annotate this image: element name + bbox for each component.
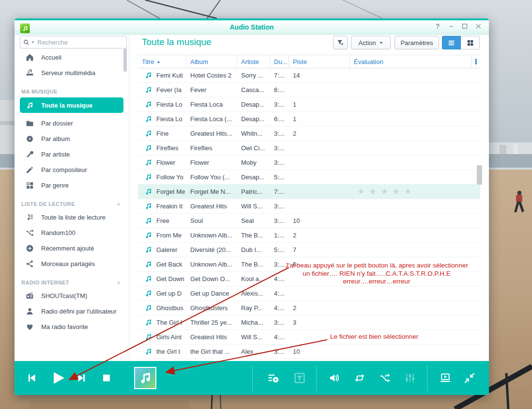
search-scope-caret-icon[interactable] <box>31 40 35 44</box>
maximize-button[interactable] <box>461 22 469 31</box>
table-row[interactable]: FlowerFlowerMoby3:... <box>138 156 480 170</box>
column-header-du[interactable]: Du... <box>270 55 289 68</box>
page-title: Toute la musique <box>142 37 212 47</box>
star-icon[interactable]: ★ <box>393 187 400 197</box>
track-table: Titre▲AlbumArtisteDu...PisteÉvaluation••… <box>138 55 480 359</box>
sidebar-item[interactable]: Par album <box>15 131 129 146</box>
star-icon[interactable]: ★ <box>369 187 376 197</box>
play-button[interactable] <box>49 369 67 387</box>
sidebar-item[interactable]: Par compositeur <box>15 162 129 177</box>
table-scrollbar-thumb[interactable] <box>477 165 482 185</box>
table-row[interactable]: Get BackUnknown Alb...The B...3:...6 <box>138 257 480 272</box>
column-header-valuation[interactable]: Évaluation <box>350 55 472 68</box>
add-icon[interactable]: + <box>117 200 121 208</box>
shuffle-button[interactable] <box>376 369 394 387</box>
table-row[interactable]: FirefliesFirefliesOwl Ci...3:... <box>138 141 480 156</box>
sidebar-item[interactable]: Par genre <box>15 177 129 193</box>
sidebar-item[interactable]: Par dossier <box>15 115 129 131</box>
sidebar-item-label: Récemment ajouté <box>41 245 94 252</box>
sidebar: AccueilServeur multimédiaMA MUSIQUEToute… <box>15 35 129 361</box>
table-row[interactable]: GalererDiversité (20...Dub I...5:...7 <box>138 243 480 257</box>
grid-view-button[interactable] <box>461 36 480 49</box>
collapse-button[interactable] <box>461 369 478 387</box>
stop-button[interactable] <box>98 369 115 387</box>
repeat-button[interactable] <box>351 369 368 387</box>
sidebar-item[interactable]: SHOUTcast(TM) <box>15 288 129 303</box>
sidebar-item[interactable]: Radio défini par l'utilisateur <box>15 303 129 319</box>
column-header-album[interactable]: Album <box>186 55 237 68</box>
table-row[interactable]: Follow YoFollow You (...Desap...5:... <box>138 170 480 185</box>
music-note-icon <box>138 289 152 298</box>
queue-button[interactable] <box>265 369 282 387</box>
column-menu-icon[interactable]: ••• <box>472 59 480 64</box>
sidebar-item[interactable]: Toute la liste de lecture <box>15 209 129 225</box>
cell-track: 14 <box>289 72 350 79</box>
cell-duration: 7:... <box>270 188 289 195</box>
close-button[interactable] <box>474 22 482 31</box>
music-note-icon <box>138 158 152 167</box>
sidebar-item-label: Toute la musique <box>41 102 92 109</box>
equalizer-button[interactable] <box>401 369 419 387</box>
help-button[interactable]: ? <box>434 22 441 31</box>
table-row[interactable]: FreeSoulSeal3:...10 <box>138 214 480 228</box>
table-row[interactable]: The Girl IThriller 25 ye...Micha...3:...… <box>138 315 480 330</box>
cell-duration: 5:... <box>270 173 289 181</box>
list-view-button[interactable] <box>442 36 461 49</box>
rating-stars[interactable]: ★★★★★ <box>350 187 472 197</box>
table-row[interactable]: Freakin ItGreatest HitsWill S...3:... <box>138 199 480 214</box>
table-row[interactable]: GhostbusGhostbustersRay P...4:...2 <box>138 301 480 315</box>
column-header-piste[interactable]: Piste <box>289 55 350 68</box>
sidebar-item[interactable]: Ma radio favorite <box>15 319 129 334</box>
star-icon[interactable]: ★ <box>357 187 365 197</box>
cell-artist: Sorry ... <box>237 72 270 79</box>
settings-button[interactable]: Paramètres <box>395 36 439 49</box>
play-on-device-button[interactable] <box>437 369 454 387</box>
star-icon[interactable]: ★ <box>381 187 388 197</box>
sidebar-item[interactable]: Accueil <box>15 49 129 65</box>
table-row[interactable]: From MeUnknown Alb...The B...1:...2 <box>138 228 480 243</box>
sidebar-item[interactable]: Récemment ajouté <box>15 240 129 256</box>
cell-album: Flower <box>186 159 237 166</box>
sidebar-item-label: Par dossier <box>41 120 73 127</box>
sidebar-item[interactable]: Par artiste <box>15 146 129 162</box>
plus-circle-icon <box>26 244 34 252</box>
cell-title: Freakin It <box>152 203 186 210</box>
table-row[interactable]: Get up DGet up DanceAlexis...4:... <box>138 286 480 301</box>
table-row[interactable]: Forget MeForget Me N...Patric...7:...★★★… <box>138 185 480 199</box>
table-row[interactable]: Femi KutiHotel Costes 2Sorry ...7:...14 <box>138 68 480 83</box>
minimize-button[interactable]: – <box>447 22 455 31</box>
table-row[interactable]: Girls AintGreatest HitsWill S...4:... <box>138 330 480 345</box>
search-box[interactable] <box>20 36 127 48</box>
cell-artist: Alex ... <box>237 348 270 355</box>
filter-button[interactable] <box>333 36 348 49</box>
cell-album: Greatest Hits <box>186 333 237 341</box>
sidebar-item[interactable]: Serveur multimédia <box>15 65 129 80</box>
cell-track: 10 <box>289 348 350 355</box>
table-row[interactable]: Fever (IaFeverCasca...6:... <box>138 83 480 97</box>
search-input[interactable] <box>36 38 123 47</box>
column-header-titre[interactable]: Titre▲ <box>138 55 186 68</box>
table-row[interactable]: Fiesta LoFiesta Loca (...Desap...6:...1 <box>138 112 480 126</box>
table-row[interactable]: Fiesta LoFiesta LocaDesap...3:...1 <box>138 97 480 112</box>
cell-artist: Will S... <box>237 333 270 341</box>
media-server-icon <box>26 69 34 77</box>
cell-title: Fiesta Lo <box>152 101 186 108</box>
volume-button[interactable] <box>326 369 343 387</box>
sidebar-item[interactable]: Morceaux partagés <box>15 256 129 271</box>
add-icon[interactable]: + <box>117 278 121 286</box>
cell-track: 7 <box>289 246 350 253</box>
music-note-icon <box>26 101 34 110</box>
sidebar-item[interactable]: Random100 <box>15 225 129 240</box>
sidebar-item[interactable]: Toute la musique <box>20 97 123 113</box>
table-row[interactable]: FineGreatest Hits...Whitn...3:...2 <box>138 126 480 141</box>
action-button[interactable]: Action <box>351 36 391 49</box>
star-icon[interactable]: ★ <box>404 187 411 197</box>
column-header-artiste[interactable]: Artiste <box>237 55 270 68</box>
lyrics-button[interactable] <box>291 369 308 387</box>
previous-button[interactable] <box>23 369 40 387</box>
next-button[interactable] <box>73 369 91 387</box>
table-row[interactable]: Get DownGet Down O...Kool a...4:... <box>138 272 480 286</box>
table-row[interactable]: the Girl tthe Girl that ...Alex ...3:...… <box>138 345 480 359</box>
album-art[interactable] <box>134 367 156 389</box>
filter-star-icon <box>337 39 344 46</box>
